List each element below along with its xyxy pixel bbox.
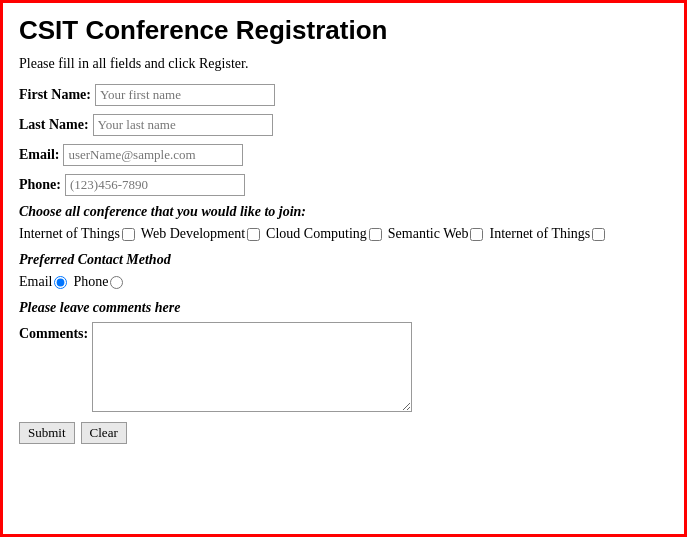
comments-label: Comments: [19,326,88,342]
first-name-row: First Name: [19,84,668,106]
phone-radio-label: Phone [73,274,108,290]
button-row: Submit Clear [19,422,668,444]
last-name-label: Last Name: [19,117,89,133]
comments-row: Comments: [19,322,668,412]
email-input[interactable] [63,144,243,166]
first-name-input[interactable] [95,84,275,106]
conference-web-dev: Web Development [141,226,260,242]
first-name-label: First Name: [19,87,91,103]
email-label: Email: [19,147,59,163]
submit-button[interactable]: Submit [19,422,75,444]
conference-iot-label: Internet of Things [19,226,120,242]
clear-button[interactable]: Clear [81,422,127,444]
contact-method-group: Email Phone [19,274,668,290]
comments-textarea[interactable] [92,322,412,412]
conferences-label: Choose all conference that you would lik… [19,204,668,220]
preferred-contact-label: Preferred Contact Method [19,252,668,268]
conference-semantic-checkbox[interactable] [470,228,483,241]
email-radio-label: Email [19,274,52,290]
phone-row: Phone: [19,174,668,196]
conference-webdev-checkbox[interactable] [247,228,260,241]
email-row: Email: [19,144,668,166]
form-container: CSIT Conference Registration Please fill… [0,0,687,537]
page-title: CSIT Conference Registration [19,15,668,46]
conference-cloud-checkbox[interactable] [369,228,382,241]
phone-radio[interactable] [110,276,123,289]
conferences-group: Internet of Things Web Development Cloud… [19,226,668,242]
conference-iot2-checkbox[interactable] [592,228,605,241]
phone-radio-group: Phone [73,274,123,290]
last-name-row: Last Name: [19,114,668,136]
email-radio-group: Email [19,274,67,290]
conference-semantic: Semantic Web [388,226,484,242]
conference-cloud: Cloud Computing [266,226,382,242]
conference-iot-checkbox[interactable] [122,228,135,241]
conference-webdev-label: Web Development [141,226,245,242]
conference-iot2-label: Internet of Things [489,226,590,242]
conference-internet-of-things: Internet of Things [19,226,135,242]
comments-section-label: Please leave comments here [19,300,668,316]
conference-semantic-label: Semantic Web [388,226,469,242]
conference-cloud-label: Cloud Computing [266,226,367,242]
subtitle-text: Please fill in all fields and click Regi… [19,56,668,72]
phone-label: Phone: [19,177,61,193]
email-radio[interactable] [54,276,67,289]
phone-input[interactable] [65,174,245,196]
conference-iot2: Internet of Things [489,226,605,242]
last-name-input[interactable] [93,114,273,136]
